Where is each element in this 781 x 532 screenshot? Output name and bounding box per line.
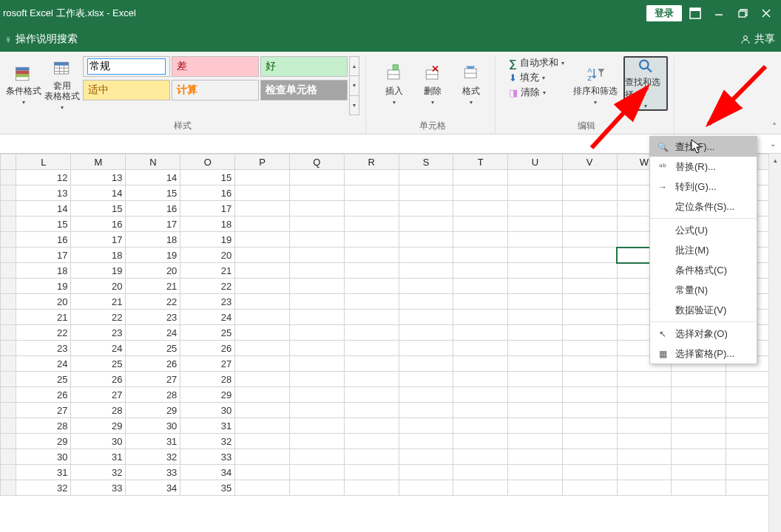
tell-me-placeholder[interactable]: 操作说明搜索 <box>16 33 78 46</box>
cell-L[interactable]: 26 <box>16 387 71 403</box>
cell-M[interactable]: 18 <box>71 248 126 263</box>
cell-Q[interactable] <box>290 201 345 216</box>
cell-R[interactable] <box>344 248 399 263</box>
cell-T[interactable] <box>453 216 508 232</box>
cell-M[interactable]: 20 <box>71 279 126 294</box>
cell-U[interactable] <box>508 403 563 418</box>
cell-U[interactable] <box>508 449 563 465</box>
col-header-M[interactable]: M <box>71 154 126 170</box>
cell-R[interactable] <box>344 480 399 496</box>
cell-V[interactable] <box>562 434 617 449</box>
cell-T[interactable] <box>453 480 508 496</box>
cell-O[interactable]: 24 <box>180 310 235 325</box>
cell-R[interactable] <box>344 465 399 480</box>
cell-Q[interactable] <box>290 170 345 185</box>
cell-V[interactable] <box>562 310 617 325</box>
cell-S[interactable] <box>399 325 453 341</box>
cell-N[interactable]: 21 <box>126 279 180 294</box>
cell-T[interactable] <box>453 434 508 449</box>
cell-L[interactable]: 18 <box>16 263 71 279</box>
cell-W[interactable] <box>617 387 672 403</box>
cell-O[interactable]: 30 <box>180 403 235 418</box>
cell-R[interactable] <box>344 403 399 418</box>
cell-P[interactable] <box>235 480 290 496</box>
cell-S[interactable] <box>399 310 453 325</box>
cell-R[interactable] <box>344 356 399 372</box>
cell-W[interactable] <box>617 403 672 418</box>
cell-T[interactable] <box>453 356 508 372</box>
cell-S[interactable] <box>399 294 453 310</box>
cell-O[interactable]: 18 <box>180 216 235 232</box>
cell-L[interactable]: 31 <box>16 465 71 480</box>
cell-L[interactable]: 23 <box>16 341 71 356</box>
cell-M[interactable]: 33 <box>71 480 126 496</box>
col-header-N[interactable]: N <box>126 154 180 170</box>
cell-R[interactable] <box>344 201 399 216</box>
col-header-T[interactable]: T <box>453 154 508 170</box>
style-normal[interactable] <box>83 56 170 77</box>
cell-M[interactable]: 17 <box>71 232 126 248</box>
cell-M[interactable]: 24 <box>71 341 126 356</box>
cell-V[interactable] <box>562 170 617 185</box>
cell-Q[interactable] <box>290 434 345 449</box>
cell-P[interactable] <box>235 372 290 387</box>
cell-Q[interactable] <box>290 248 345 263</box>
expand-formula-bar-icon[interactable]: ⌄ <box>766 140 780 148</box>
cell-M[interactable]: 21 <box>71 294 126 310</box>
cell-O[interactable]: 20 <box>180 248 235 263</box>
cell-M[interactable]: 25 <box>71 356 126 372</box>
cell-L[interactable]: 25 <box>16 372 71 387</box>
cell-M[interactable]: 29 <box>71 418 126 434</box>
fill-button[interactable]: ⬇填充 ▾ <box>506 71 567 84</box>
minimize-button[interactable] <box>709 5 729 21</box>
row-header[interactable] <box>1 325 16 341</box>
cell-S[interactable] <box>399 356 453 372</box>
menu-data-validation[interactable]: 数据验证(V) <box>650 300 757 320</box>
cell-S[interactable] <box>399 434 453 449</box>
cell-O[interactable]: 19 <box>180 232 235 248</box>
cell-N[interactable]: 33 <box>126 465 180 480</box>
col-header-L[interactable]: L <box>16 154 71 170</box>
cell-R[interactable] <box>344 449 399 465</box>
cell-U[interactable] <box>508 216 563 232</box>
cell-L[interactable]: 16 <box>16 232 71 248</box>
cell-S[interactable] <box>399 185 453 201</box>
style-check-cell[interactable]: 检查单元格 <box>260 80 348 100</box>
cell-U[interactable] <box>508 356 563 372</box>
cell-P[interactable] <box>235 216 290 232</box>
cell-V[interactable] <box>562 480 617 496</box>
cell-Q[interactable] <box>290 279 345 294</box>
cell-M[interactable]: 27 <box>71 387 126 403</box>
cell-R[interactable] <box>344 372 399 387</box>
cell-W[interactable] <box>617 465 672 480</box>
cell-N[interactable]: 29 <box>126 403 180 418</box>
cell-T[interactable] <box>453 341 508 356</box>
cell-O[interactable]: 34 <box>180 465 235 480</box>
cell-N[interactable]: 31 <box>126 434 180 449</box>
cell-L[interactable]: 20 <box>16 294 71 310</box>
cell-V[interactable] <box>562 403 617 418</box>
cell-P[interactable] <box>235 356 290 372</box>
clear-button[interactable]: ◨清除 ▾ <box>506 86 567 99</box>
cell-Q[interactable] <box>290 232 345 248</box>
cell-S[interactable] <box>399 201 453 216</box>
col-header-O[interactable]: O <box>180 154 235 170</box>
menu-formulas[interactable]: 公式(U) <box>650 220 757 240</box>
cell-S[interactable] <box>399 418 453 434</box>
cell-M[interactable]: 26 <box>71 372 126 387</box>
cell-U[interactable] <box>508 185 563 201</box>
cell-W[interactable] <box>617 372 672 387</box>
cell-L[interactable]: 32 <box>16 480 71 496</box>
col-header-U[interactable]: U <box>508 154 563 170</box>
cell-S[interactable] <box>399 232 453 248</box>
cell-O[interactable]: 32 <box>180 434 235 449</box>
cell-P[interactable] <box>235 185 290 201</box>
cell-N[interactable]: 26 <box>126 356 180 372</box>
cell-T[interactable] <box>453 387 508 403</box>
cell-W[interactable] <box>617 449 672 465</box>
cell-S[interactable] <box>399 216 453 232</box>
cell-U[interactable] <box>508 387 563 403</box>
cell-Q[interactable] <box>290 341 345 356</box>
cell-L[interactable]: 14 <box>16 201 71 216</box>
cell-T[interactable] <box>453 418 508 434</box>
